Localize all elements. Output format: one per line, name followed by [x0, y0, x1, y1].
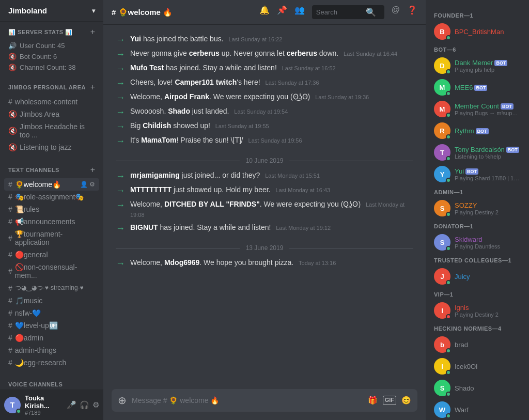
message-content: Never gonna give cerberus up. Never gonn… — [130, 49, 413, 59]
member-info: Icek0Ol — [455, 363, 477, 370]
trusted-section-title: TRUSTED COLLEGUES—1 — [430, 253, 525, 266]
join-arrow-icon: → — [116, 136, 125, 147]
channel-wholesome-content[interactable]: # wholesome-content — [4, 96, 99, 108]
member-info: YuiBOT Playing Shard 17/80 | 1,822 guild… — [455, 167, 521, 181]
main-content: # 🌻welcome 🔥 🔔 📌 👥 🔍 @ ❓ → Yui has joine… — [103, 0, 426, 420]
server-header[interactable]: Jimboland ▾ — [0, 0, 103, 22]
channel-role-assignment[interactable]: # 🎭role-assignment🎭 — [4, 191, 99, 203]
member-mee6[interactable]: M MEE6BOT — [430, 76, 525, 98]
search-input[interactable] — [316, 8, 363, 16]
member-rythm[interactable]: R RythmBOT — [430, 120, 525, 142]
user-controls: 🎤 🎧 ⚙ — [67, 400, 99, 410]
stats-bot-count: 🔇 Bot Count: 6 — [4, 51, 99, 62]
attach-icon[interactable]: ⊕ — [118, 394, 127, 407]
member-juicy[interactable]: J Juicy — [430, 266, 525, 287]
avatar: M — [434, 101, 450, 117]
gif-icon[interactable]: GIF — [383, 396, 396, 405]
server-name: Jimboland — [8, 6, 47, 15]
header-icons: 🔔 📌 👥 🔍 @ ❓ — [259, 5, 417, 19]
divider-line-4 — [289, 248, 413, 248]
hash-icon-13: # — [8, 346, 12, 354]
status-dot — [446, 280, 451, 285]
avatar: b — [434, 336, 450, 353]
user-name-area: Touka Kirish... #7189 — [25, 394, 67, 416]
member-tony[interactable]: T Tony BardealsónBOT Listening to %help — [430, 142, 525, 163]
avatar: S — [434, 200, 450, 216]
divider-line-2 — [289, 161, 413, 161]
status-dot — [446, 134, 451, 139]
mute-icon: 🔇 — [8, 53, 17, 60]
member-sub: Playing pls help — [455, 67, 507, 73]
channel-non-consensual[interactable]: # 🚫non-consensual-mem... — [4, 261, 99, 282]
add-channel-icon[interactable]: + — [90, 166, 95, 174]
channel-general[interactable]: # 🔴general — [4, 248, 99, 261]
message-input-box: ⊕ 🎁 GIF 😊 — [112, 389, 417, 412]
channel-announcements[interactable]: # 📢announcements — [4, 215, 99, 228]
member-skidward[interactable]: S Skidward Playing Dauntless — [430, 231, 525, 253]
headset-icon[interactable]: 🎧 — [80, 400, 89, 410]
status-dot — [446, 178, 451, 183]
member-sub: Playing Dauntless — [455, 243, 500, 250]
message-text: mrjamigaming just joined... or did they?… — [130, 171, 320, 179]
user-area: T Touka Kirish... #7189 🎤 🎧 ⚙ — [0, 390, 103, 420]
channel-listening-jazz[interactable]: 🔇 Listening to jazz — [4, 141, 99, 153]
question-icon[interactable]: ❓ — [407, 5, 417, 19]
member-member-count[interactable]: M Member CountBOT Playing Bugs → m!suppo… — [430, 98, 525, 120]
member-sub: Playing Bugs → m!support | bit.ly/... — [455, 110, 521, 116]
message-text: Swoooosh. Shado just landed. Last Sunday… — [130, 107, 288, 115]
bell-icon[interactable]: 🔔 — [259, 5, 270, 19]
add-jimbos-icon[interactable]: + — [90, 83, 95, 91]
pin-icon[interactable]: 📌 — [277, 5, 287, 19]
channel-admin[interactable]: # 🔴admin — [4, 332, 99, 344]
member-info: Tony BardealsónBOT Listening to %help — [455, 146, 519, 160]
emoji-icon[interactable]: 😊 — [401, 396, 411, 405]
channel-admin-things[interactable]: # admin-things — [4, 344, 99, 356]
text-channels-header: TEXT CHANNELS + — [4, 164, 99, 176]
channel-jimbos-headache[interactable]: 🔇 Jimbos Headache is too ... — [4, 120, 99, 141]
message-input[interactable] — [132, 396, 363, 405]
jimbos-personal-header: JIMBOS PERSONAL AREA + — [4, 81, 99, 94]
channel-welcome[interactable]: # 🌻welcome🔥 👤 ⚙ — [4, 178, 99, 191]
member-info: Shado — [455, 384, 474, 392]
member-dank-memer[interactable]: D Dank MemerBOT Playing pls help — [430, 55, 525, 76]
member-brad[interactable]: b brad — [430, 334, 525, 355]
mute-channel-icon-3: 🔇 — [8, 143, 17, 151]
channel-egg-research[interactable]: # 🌙egg-research — [4, 356, 99, 369]
user-info: T Touka Kirish... #7189 — [4, 394, 67, 416]
channel-music[interactable]: # 🎵music — [4, 294, 99, 307]
microphone-icon[interactable]: 🎤 — [67, 400, 76, 410]
settings-icon[interactable]: ⚙ — [92, 400, 99, 410]
member-name: Icek0Ol — [455, 363, 477, 370]
members-icon[interactable]: 👥 — [294, 5, 305, 19]
channel-nsfw[interactable]: # nsfw-💙 — [4, 307, 99, 319]
channel-jimbos-area[interactable]: 🔇 Jimbos Area — [4, 108, 99, 120]
member-icek0ol[interactable]: I Icek0Ol — [430, 355, 525, 377]
at-icon[interactable]: @ — [392, 5, 400, 19]
member-ignis[interactable]: I Ignis Playing Destiny 2 — [430, 300, 525, 321]
channel-rules[interactable]: # 📜rules — [4, 203, 99, 215]
member-bpc-britishman[interactable]: B BPC_BritishMan — [430, 21, 525, 42]
member-sub: Playing Destiny 2 — [455, 312, 499, 318]
member-warf[interactable]: W Warf — [430, 399, 525, 420]
gift-icon[interactable]: 🎁 — [368, 396, 378, 405]
founder-section-title: FOUNDER—1 — [430, 8, 525, 21]
channel-level-up[interactable]: # 💙level-up🆙 — [4, 319, 99, 332]
gear-icon[interactable]: ⚙ — [89, 181, 95, 188]
bot-section-title: BOT—6 — [430, 42, 525, 55]
user-plus-icon[interactable]: 👤 — [80, 181, 88, 188]
search-box[interactable]: 🔍 — [312, 5, 384, 19]
member-info: Member CountBOT Playing Bugs → m!support… — [455, 102, 521, 116]
add-stats-icon[interactable]: + — [90, 28, 95, 36]
member-info: brad — [455, 341, 468, 349]
channel-streaming[interactable]: # つ◕‿◕つ-♥-streaming-♥ — [4, 282, 99, 294]
voice-channels-header: VOICE CHANNELS — [4, 379, 99, 390]
member-name: BPC_BritishMan — [455, 28, 504, 36]
chat-header: # 🌻welcome 🔥 🔔 📌 👥 🔍 @ ❓ — [103, 0, 426, 25]
member-shado[interactable]: S Shado — [430, 377, 525, 399]
message-row: → mrjamigaming just joined... or did the… — [112, 169, 417, 183]
speaker-icon: 🔊 — [8, 42, 17, 50]
member-sozzy[interactable]: S SOZZY Playing Destiny 2 — [430, 197, 525, 219]
message-row: → Cheers, love! Camper101 twitch's here!… — [112, 76, 417, 90]
member-yui[interactable]: Y YuiBOT Playing Shard 17/80 | 1,822 gui… — [430, 163, 525, 185]
channel-tournament[interactable]: # 🏆tournament-application — [4, 228, 99, 248]
